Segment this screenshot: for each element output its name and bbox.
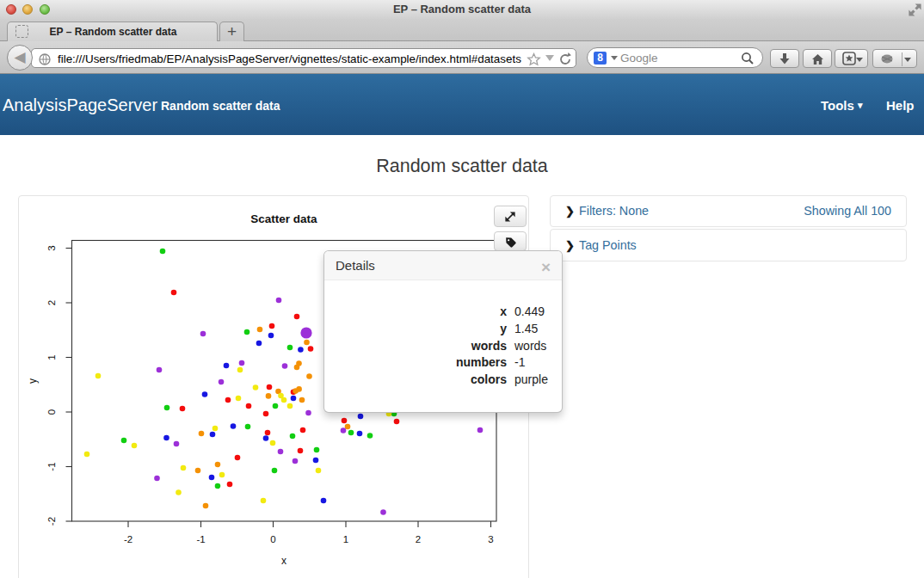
svg-text:1: 1 — [343, 534, 348, 544]
svg-text:2: 2 — [46, 300, 57, 305]
svg-text:x: x — [281, 555, 286, 567]
svg-text:2: 2 — [416, 534, 421, 544]
svg-text:-1: -1 — [46, 462, 57, 470]
svg-text:3: 3 — [46, 245, 57, 250]
svg-text:1: 1 — [46, 354, 57, 360]
svg-text:-2: -2 — [46, 517, 57, 526]
svg-text:y: y — [27, 378, 39, 384]
svg-text:-2: -2 — [124, 534, 132, 544]
svg-text:3: 3 — [488, 534, 493, 544]
svg-text:0: 0 — [270, 534, 275, 544]
svg-text:0: 0 — [46, 409, 57, 415]
svg-text:-1: -1 — [196, 534, 205, 544]
